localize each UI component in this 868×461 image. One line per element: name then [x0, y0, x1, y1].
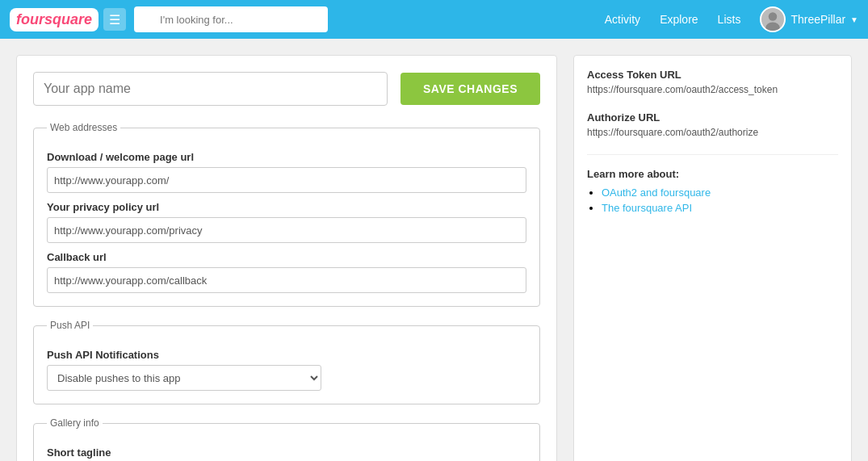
app-name-input[interactable] [33, 72, 388, 106]
callback-url-label: Callback url [47, 251, 526, 263]
list-item: The foursquare API [602, 202, 838, 214]
dropdown-arrow-icon: ▼ [850, 15, 858, 24]
right-panel: Access Token URL https://foursquare.com/… [573, 55, 852, 461]
foursquare-api-link[interactable]: The foursquare API [602, 202, 692, 214]
logo-text: foursquare [16, 11, 92, 28]
oauth2-link[interactable]: OAuth2 and foursquare [602, 186, 711, 199]
web-addresses-legend: Web addresses [47, 122, 120, 133]
svg-point-1 [769, 12, 778, 21]
list-item: OAuth2 and foursquare [602, 186, 838, 199]
username-label: ThreePillar [790, 13, 845, 26]
logo-area: foursquare ☰ [10, 8, 126, 31]
search-wrapper: 🔍 [134, 6, 304, 32]
nav-lists[interactable]: Lists [718, 13, 741, 26]
logo-box: foursquare [10, 8, 99, 31]
privacy-url-input[interactable] [47, 217, 526, 243]
download-url-input[interactable] [47, 167, 526, 193]
download-url-label: Download / welcome page url [47, 151, 526, 163]
search-input[interactable] [134, 6, 328, 32]
push-notifications-label: Push API Notifications [47, 349, 526, 361]
avatar [760, 6, 786, 32]
authorize-title: Authorize URL [587, 111, 838, 124]
access-token-title: Access Token URL [587, 69, 838, 81]
push-api-section: Push API Push API Notifications Disable … [33, 320, 540, 404]
privacy-url-label: Your privacy policy url [47, 201, 526, 213]
menu-button[interactable]: ☰ [103, 8, 126, 31]
authorize-section: Authorize URL https://foursquare.com/oau… [587, 111, 838, 138]
divider [587, 154, 838, 155]
hamburger-icon: ☰ [109, 12, 120, 27]
authorize-url: https://foursquare.com/oauth2/authorize [587, 127, 838, 138]
user-menu[interactable]: ThreePillar ▼ [760, 6, 858, 32]
app-name-row: SAVE CHANGES [33, 72, 540, 106]
access-token-url: https://foursquare.com/oauth2/access_tok… [587, 84, 838, 95]
save-button[interactable]: SAVE CHANGES [400, 73, 540, 105]
web-addresses-section: Web addresses Download / welcome page ur… [33, 122, 540, 307]
push-api-legend: Push API [47, 320, 93, 331]
callback-url-input[interactable] [47, 267, 526, 293]
left-panel: SAVE CHANGES Web addresses Download / we… [16, 55, 557, 461]
access-token-section: Access Token URL https://foursquare.com/… [587, 69, 838, 95]
push-notifications-select[interactable]: Disable pushes to this app Enable pushes… [47, 365, 321, 391]
gallery-legend: Gallery info [47, 417, 103, 429]
learn-title: Learn more about: [587, 168, 838, 180]
gallery-section: Gallery info Short tagline Detailed desc… [33, 417, 540, 461]
main-content: SAVE CHANGES Web addresses Download / we… [0, 39, 868, 461]
header: foursquare ☰ 🔍 Activity Explore Lists Th… [0, 0, 868, 39]
learn-list: OAuth2 and foursquare The foursquare API [587, 186, 838, 214]
nav-activity[interactable]: Activity [605, 13, 640, 26]
learn-section: Learn more about: OAuth2 and foursquare … [587, 168, 838, 214]
tagline-label: Short tagline [47, 446, 526, 459]
nav-explore[interactable]: Explore [660, 13, 698, 26]
nav-links: Activity Explore Lists ThreePillar ▼ [605, 6, 858, 32]
avatar-icon [761, 8, 784, 31]
